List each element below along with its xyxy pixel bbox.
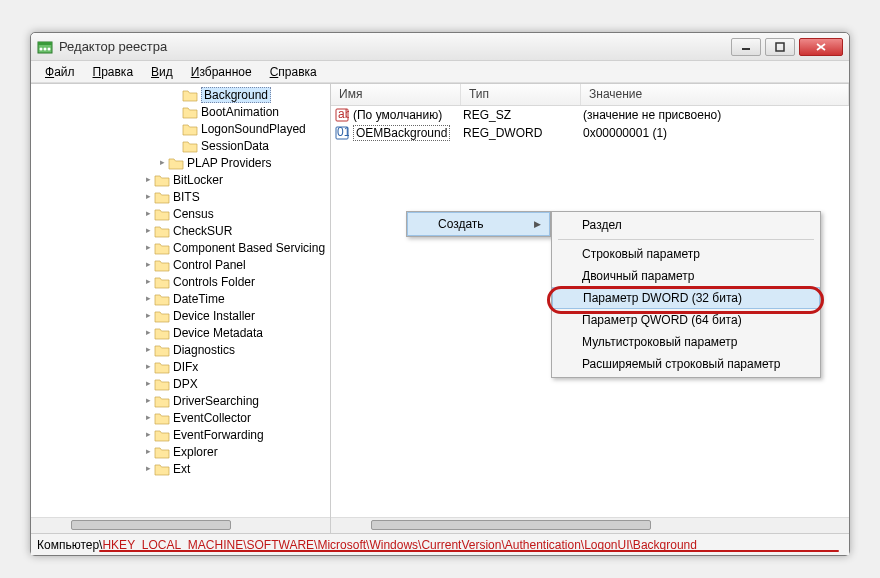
folder-icon (154, 377, 170, 391)
tree-item[interactable]: ▸Ext (31, 460, 330, 477)
folder-icon (154, 275, 170, 289)
folder-icon (154, 326, 170, 340)
expander-closed-icon[interactable]: ▸ (143, 192, 154, 201)
expander-closed-icon[interactable]: ▸ (143, 379, 154, 388)
menubar: Файл Правка Вид Избранное Справка (31, 61, 849, 83)
submenu-qword64[interactable]: Параметр QWORD (64 бита) (552, 309, 820, 331)
tree-hscrollbar[interactable] (31, 517, 330, 533)
folder-icon (154, 258, 170, 272)
tree-item[interactable]: ▸DriverSearching (31, 392, 330, 409)
context-menu: Создать▶ (406, 211, 551, 237)
tree-item[interactable]: ▸Census (31, 205, 330, 222)
folder-icon (154, 360, 170, 374)
folder-icon (154, 343, 170, 357)
expander-closed-icon[interactable]: ▸ (143, 209, 154, 218)
tree-item-label: BootAnimation (201, 105, 279, 119)
tree-item[interactable]: ▸EventForwarding (31, 426, 330, 443)
expander-closed-icon[interactable]: ▸ (143, 396, 154, 405)
menu-file[interactable]: Файл (37, 63, 83, 81)
context-item-create[interactable]: Создать▶ (407, 212, 550, 236)
tree-item[interactable]: BootAnimation (31, 103, 330, 120)
list-hscrollbar[interactable] (331, 517, 849, 533)
close-button[interactable] (799, 38, 843, 56)
tree-item[interactable]: ▸Explorer (31, 443, 330, 460)
folder-icon (154, 224, 170, 238)
tree-item[interactable]: ▸BITS (31, 188, 330, 205)
svg-point-4 (48, 47, 51, 50)
value-row[interactable]: (По умолчанию)REG_SZ(значение не присвое… (331, 106, 849, 124)
tree-item[interactable]: ▸Control Panel (31, 256, 330, 273)
folder-icon (182, 122, 198, 136)
red-underline-annotation (99, 550, 839, 552)
tree-item-label: DIFx (173, 360, 198, 374)
expander-closed-icon[interactable]: ▸ (143, 243, 154, 252)
value-type: REG_DWORD (463, 126, 583, 140)
svg-point-3 (44, 47, 47, 50)
tree-item[interactable]: ▸CheckSUR (31, 222, 330, 239)
tree-item-label: Device Installer (173, 309, 255, 323)
expander-closed-icon[interactable]: ▸ (143, 260, 154, 269)
tree-item[interactable]: LogonSoundPlayed (31, 120, 330, 137)
expander-closed-icon[interactable]: ▸ (143, 413, 154, 422)
menu-favorites[interactable]: Избранное (183, 63, 260, 81)
folder-icon (154, 207, 170, 221)
tree-item[interactable]: ▸Device Installer (31, 307, 330, 324)
col-name[interactable]: Имя (331, 84, 461, 105)
expander-closed-icon[interactable]: ▸ (143, 345, 154, 354)
expander-closed-icon[interactable]: ▸ (143, 311, 154, 320)
tree-item-label: PLAP Providers (187, 156, 272, 170)
tree-item[interactable]: Background (31, 86, 330, 103)
col-type[interactable]: Тип (461, 84, 581, 105)
value-type: REG_SZ (463, 108, 583, 122)
submenu-section[interactable]: Раздел (552, 214, 820, 236)
col-value[interactable]: Значение (581, 84, 849, 105)
tree-item[interactable]: ▸Controls Folder (31, 273, 330, 290)
tree-item[interactable]: ▸Diagnostics (31, 341, 330, 358)
minimize-button[interactable] (731, 38, 761, 56)
tree-item[interactable]: ▸DateTime (31, 290, 330, 307)
tree-item[interactable]: ▸EventCollector (31, 409, 330, 426)
folder-icon (154, 173, 170, 187)
titlebar[interactable]: Редактор реестра (31, 33, 849, 61)
expander-closed-icon[interactable]: ▸ (143, 175, 154, 184)
tree-item-label: DriverSearching (173, 394, 259, 408)
tree-item[interactable]: ▸Component Based Servicing (31, 239, 330, 256)
value-name: OEMBackground (353, 125, 450, 141)
menu-help[interactable]: Справка (262, 63, 325, 81)
dword-value-icon (335, 126, 349, 140)
value-row[interactable]: OEMBackgroundREG_DWORD0x00000001 (1) (331, 124, 849, 142)
tree-item-label: LogonSoundPlayed (201, 122, 306, 136)
expander-closed-icon[interactable]: ▸ (143, 277, 154, 286)
expander-closed-icon[interactable]: ▸ (143, 226, 154, 235)
svg-rect-1 (38, 42, 52, 45)
expander-closed-icon[interactable]: ▸ (143, 430, 154, 439)
expander-closed-icon[interactable]: ▸ (143, 362, 154, 371)
tree-item-label: CheckSUR (173, 224, 232, 238)
menu-view[interactable]: Вид (143, 63, 181, 81)
tree-item[interactable]: ▸PLAP Providers (31, 154, 330, 171)
tree-item[interactable]: ▸DPX (31, 375, 330, 392)
folder-icon (168, 156, 184, 170)
maximize-button[interactable] (765, 38, 795, 56)
tree-item[interactable]: ▸Device Metadata (31, 324, 330, 341)
expander-closed-icon[interactable]: ▸ (143, 447, 154, 456)
tree-item-label: Component Based Servicing (173, 241, 325, 255)
tree-item-label: BitLocker (173, 173, 223, 187)
tree-item[interactable]: ▸BitLocker (31, 171, 330, 188)
folder-icon (182, 105, 198, 119)
folder-icon (154, 462, 170, 476)
menu-edit[interactable]: Правка (85, 63, 142, 81)
submenu-dword32[interactable]: Параметр DWORD (32 бита) (552, 287, 820, 309)
submenu-binary[interactable]: Двоичный параметр (552, 265, 820, 287)
tree-item[interactable]: ▸DIFx (31, 358, 330, 375)
expander-closed-icon[interactable]: ▸ (143, 464, 154, 473)
expander-closed-icon[interactable]: ▸ (143, 294, 154, 303)
window-title: Редактор реестра (59, 39, 727, 54)
submenu-multistring[interactable]: Мультистроковый параметр (552, 331, 820, 353)
submenu-expandstring[interactable]: Расширяемый строковый параметр (552, 353, 820, 375)
expander-closed-icon[interactable]: ▸ (157, 158, 168, 167)
submenu-string[interactable]: Строковый параметр (552, 243, 820, 265)
expander-closed-icon[interactable]: ▸ (143, 328, 154, 337)
svg-point-2 (40, 47, 43, 50)
tree-item[interactable]: SessionData (31, 137, 330, 154)
